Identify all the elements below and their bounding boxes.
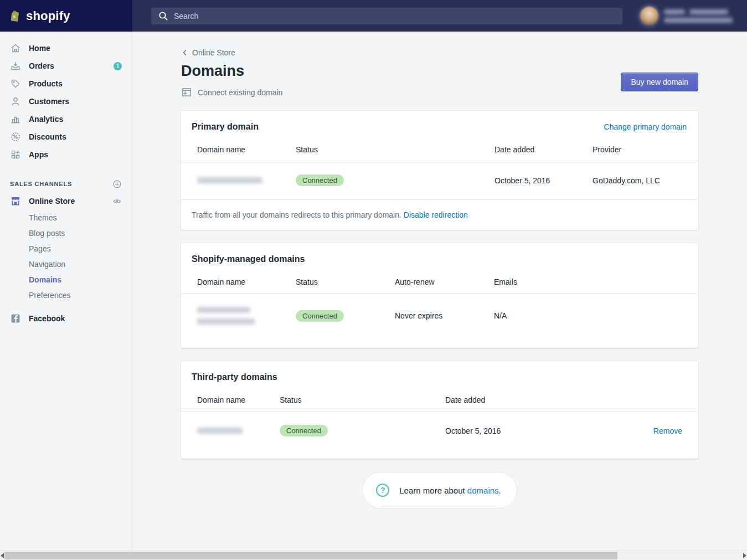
sidebar-item-analytics[interactable]: Analytics (0, 110, 132, 128)
connect-existing-domain-button[interactable]: Connect existing domain (181, 87, 282, 97)
sidebar-item-blog-posts[interactable]: Blog posts (29, 225, 132, 241)
sidebar-item-navigation[interactable]: Navigation (29, 256, 132, 272)
redirect-info: Traffic from all your domains redirects … (181, 199, 698, 230)
storefront-icon (10, 196, 21, 207)
column-auto-renew: Auto-renew (395, 278, 494, 286)
topbar: s shopify Search (0, 0, 747, 32)
sidebar-item-preferences[interactable]: Preferences (29, 287, 132, 303)
sidebar-item-label: Home (29, 44, 50, 53)
change-primary-domain-link[interactable]: Change primary domain (604, 122, 687, 131)
emails-value: N/A (494, 311, 682, 320)
sidebar: Home Orders 1 Products Customers (0, 32, 132, 550)
disable-redirection-link[interactable]: Disable redirection (404, 210, 468, 219)
sidebar-item-pages[interactable]: Pages (29, 241, 132, 256)
sidebar-item-label: Apps (29, 150, 48, 159)
sidebar-item-customers[interactable]: Customers (0, 93, 132, 110)
learn-more-suffix: . (499, 486, 501, 495)
domain-name-redacted (197, 428, 243, 434)
shopify-managed-table-header: Domain name Status Auto-renew Emails (181, 278, 698, 294)
sidebar-item-domains[interactable]: Domains (29, 272, 132, 287)
logo-wordmark: shopify (26, 9, 70, 23)
sidebar-item-home[interactable]: Home (0, 39, 132, 57)
third-party-row: Connected October 5, 2016 Remove (181, 412, 698, 459)
facebook-icon (10, 313, 21, 324)
date-added-value: October 5, 2016 (445, 427, 638, 435)
status-badge: Connected (296, 310, 344, 322)
shopify-managed-title: Shopify-managed domains (192, 254, 305, 264)
scroll-left-arrow-icon[interactable] (1, 553, 4, 558)
connect-existing-domain-label: Connect existing domain (198, 88, 282, 97)
add-channel-icon[interactable] (112, 179, 122, 189)
sidebar-item-label: Customers (29, 97, 69, 106)
sidebar-item-label: Orders (29, 61, 54, 70)
sidebar-item-label: Facebook (29, 314, 65, 323)
shopify-logo[interactable]: s shopify (0, 0, 132, 32)
column-date-added: Date added (445, 395, 638, 404)
help-question-icon: ? (376, 484, 389, 497)
shopify-managed-row: Connected Never expires N/A (181, 294, 698, 348)
sidebar-item-online-store[interactable]: Online Store (0, 192, 132, 210)
search-placeholder: Search (174, 12, 198, 20)
sidebar-item-label: Analytics (29, 115, 63, 124)
sidebar-item-label: Discounts (29, 132, 66, 141)
analytics-icon (10, 114, 21, 125)
domains-help-link[interactable]: domains (467, 486, 499, 495)
status-badge: Connected (296, 174, 344, 186)
orders-count-badge: 1 (114, 62, 122, 70)
remove-domain-link[interactable]: Remove (638, 427, 682, 435)
sidebar-item-products[interactable]: Products (0, 75, 132, 93)
shopify-bag-icon: s (10, 11, 21, 22)
sidebar-item-themes[interactable]: Themes (29, 210, 132, 225)
third-party-title: Third-party domains (192, 372, 277, 382)
horizontal-scrollbar[interactable] (0, 550, 747, 560)
shopify-managed-domains-card: Shopify-managed domains Domain name Stat… (181, 243, 698, 348)
primary-domain-row: Connected October 5, 2016 GoDaddy.com, L… (181, 161, 698, 199)
customers-icon (10, 96, 21, 107)
provider-value: GoDaddy.com, LLC (593, 176, 682, 185)
chevron-left-icon (181, 49, 189, 56)
column-domain-name: Domain name (197, 145, 296, 154)
auto-renew-value: Never expires (395, 311, 494, 320)
search-icon (158, 11, 169, 22)
user-menu[interactable] (640, 7, 733, 25)
status-badge: Connected (280, 425, 328, 436)
domain-name-redacted (197, 307, 296, 325)
scroll-right-arrow-icon[interactable] (743, 553, 746, 558)
sales-channels-label: SALES CHANNELS (10, 181, 72, 187)
sidebar-item-label: Online Store (29, 197, 75, 205)
third-party-domains-card: Third-party domains Domain name Status D… (181, 361, 698, 459)
breadcrumb-label: Online Store (192, 48, 235, 57)
breadcrumb[interactable]: Online Store (181, 48, 235, 57)
buy-new-domain-button[interactable]: Buy new domain (621, 73, 698, 91)
date-added-value: October 5, 2016 (494, 176, 593, 185)
window-plus-icon (181, 87, 192, 97)
products-icon (10, 78, 21, 89)
column-status: Status (280, 395, 445, 404)
sidebar-item-facebook[interactable]: Facebook (0, 310, 132, 327)
main-content: Online Store Domains Connect existing do… (132, 32, 747, 550)
column-domain-name: Domain name (197, 395, 280, 404)
column-emails: Emails (494, 278, 682, 286)
redirect-text: Traffic from all your domains redirects … (192, 210, 401, 219)
primary-domain-table-header: Domain name Status Date added Provider (181, 145, 698, 161)
sidebar-item-label: Products (29, 79, 63, 88)
sales-channels-header: SALES CHANNELS (0, 176, 132, 192)
learn-more-footer: ? Learn more about domains. (362, 472, 517, 508)
scrollbar-thumb[interactable] (4, 552, 617, 559)
column-status: Status (296, 145, 494, 154)
primary-domain-card: Primary domain Change primary domain Dom… (181, 111, 698, 230)
column-domain-name: Domain name (197, 278, 296, 286)
user-name-redacted (664, 9, 733, 23)
column-status: Status (296, 278, 395, 286)
learn-more-text: Learn more about (399, 486, 465, 495)
eye-icon[interactable] (112, 197, 122, 206)
search-input[interactable]: Search (151, 8, 622, 24)
sidebar-item-apps[interactable]: Apps (0, 146, 132, 163)
apps-icon (10, 149, 21, 160)
column-provider: Provider (593, 145, 682, 154)
sidebar-item-orders[interactable]: Orders 1 (0, 57, 132, 75)
primary-domain-title: Primary domain (192, 122, 259, 132)
domain-name-redacted (197, 177, 262, 183)
orders-icon (10, 60, 21, 71)
sidebar-item-discounts[interactable]: Discounts (0, 128, 132, 146)
